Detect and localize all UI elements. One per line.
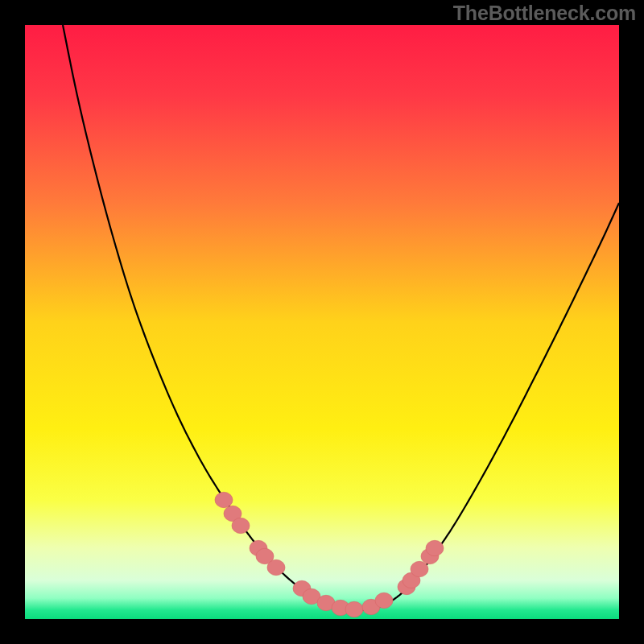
chart-frame [25, 25, 619, 619]
watermark-text: TheBottleneck.com [453, 2, 636, 25]
plot-area [25, 25, 619, 619]
svg-rect-0 [25, 25, 619, 619]
background-gradient [25, 25, 619, 619]
